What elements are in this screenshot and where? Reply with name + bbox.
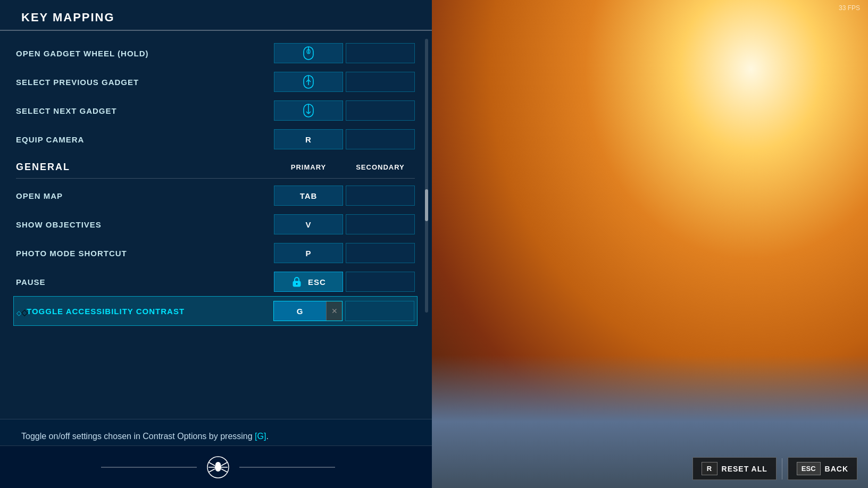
key-cell-select-prev-secondary[interactable] bbox=[346, 72, 415, 92]
key-cell-open-map-secondary[interactable] bbox=[346, 186, 415, 206]
clear-binding-button[interactable]: ✕ bbox=[326, 301, 342, 321]
panel-title-area: KEY MAPPING bbox=[0, 0, 436, 31]
general-section-header: GENERAL PRIMARY SECONDARY bbox=[16, 154, 415, 179]
key-label-open-gadget-wheel: OPEN GADGET WHEEL (HOLD) bbox=[16, 49, 271, 58]
mouse-scroll-up-icon bbox=[301, 74, 316, 89]
panel-title: KEY MAPPING bbox=[21, 11, 420, 24]
progress-line-right bbox=[239, 467, 335, 468]
svg-line-20 bbox=[209, 469, 215, 472]
key-text-show-objectives: V bbox=[305, 220, 311, 229]
back-button[interactable]: ESC BACK bbox=[788, 457, 857, 480]
key-row-photo-mode[interactable]: PHOTO MODE SHORTCUT P bbox=[16, 239, 415, 267]
lock-icon bbox=[291, 276, 303, 288]
key-row-pause[interactable]: PAUSE ESC bbox=[16, 267, 415, 296]
key-text-toggle-accessibility: G bbox=[297, 307, 304, 316]
key-cell-open-map-primary[interactable]: TAB bbox=[274, 186, 343, 206]
key-cell-open-gadget-secondary[interactable] bbox=[346, 43, 415, 63]
key-cell-equip-camera-secondary[interactable] bbox=[346, 129, 415, 149]
key-cell-show-objectives-primary[interactable]: V bbox=[274, 214, 343, 234]
key-text-photo-mode: P bbox=[305, 249, 311, 258]
key-cell-select-next-secondary[interactable] bbox=[346, 100, 415, 121]
back-label: BACK bbox=[825, 465, 848, 473]
key-text-pause: ESC bbox=[308, 277, 326, 287]
key-cell-open-gadget-primary[interactable] bbox=[274, 43, 343, 63]
key-cell-toggle-accessibility-primary[interactable]: G ✕ bbox=[273, 301, 343, 321]
key-row-toggle-accessibility[interactable]: ◇ TOGGLE ACCESSIBILITY CONTRAST G ✕ bbox=[13, 296, 418, 326]
svg-line-21 bbox=[221, 462, 227, 466]
key-label-photo-mode: PHOTO MODE SHORTCUT bbox=[16, 249, 271, 258]
key-cell-toggle-accessibility-secondary[interactable] bbox=[345, 301, 414, 321]
back-key-badge: ESC bbox=[797, 462, 821, 475]
key-row-equip-camera[interactable]: EQUIP CAMERA R bbox=[16, 125, 415, 154]
key-row-open-gadget-wheel[interactable]: OPEN GADGET WHEEL (HOLD) bbox=[16, 39, 415, 68]
key-row-select-previous-gadget[interactable]: SELECT PREVIOUS GADGET bbox=[16, 68, 415, 96]
row-selected-indicator: ◇ bbox=[16, 307, 24, 315]
key-label-open-map: OPEN MAP bbox=[16, 191, 271, 200]
key-cell-select-prev-primary[interactable] bbox=[274, 72, 343, 92]
key-cell-select-next-primary[interactable] bbox=[274, 100, 343, 121]
mouse-scroll-down-icon bbox=[301, 103, 316, 118]
divider bbox=[782, 458, 782, 479]
key-label-equip-camera: EQUIP CAMERA bbox=[16, 135, 271, 144]
key-label-toggle-accessibility: TOGGLE ACCESSIBILITY CONTRAST bbox=[27, 307, 271, 316]
progress-line-left bbox=[101, 467, 197, 468]
key-cell-equip-camera-primary[interactable]: R bbox=[274, 129, 343, 149]
svg-line-18 bbox=[209, 462, 215, 466]
key-mapping-table: OPEN GADGET WHEEL (HOLD) SELECT PREVIOUS… bbox=[0, 33, 436, 419]
bottom-nav bbox=[0, 445, 436, 488]
key-cell-photo-mode-secondary[interactable] bbox=[346, 243, 415, 263]
fps-counter: 33 FPS bbox=[839, 4, 860, 12]
svg-point-14 bbox=[296, 283, 298, 285]
key-label-select-next-gadget: SELECT NEXT GADGET bbox=[16, 106, 271, 115]
bottom-buttons: R RESET ALL ESC BACK bbox=[692, 457, 857, 480]
spiderman-logo-icon bbox=[205, 454, 231, 481]
mouse-middle-icon bbox=[301, 46, 316, 61]
description-text: Toggle on/off settings chosen in Contras… bbox=[21, 430, 415, 443]
description-text-after: . bbox=[266, 432, 268, 441]
key-row-open-map[interactable]: OPEN MAP TAB bbox=[16, 181, 415, 210]
key-cell-text-g: G bbox=[274, 301, 326, 321]
description-key-highlight: [G] bbox=[255, 432, 266, 441]
reset-all-label: RESET ALL bbox=[722, 465, 767, 473]
left-panel: KEY MAPPING OPEN GADGET WHEEL (HOLD) bbox=[0, 0, 436, 488]
background-right bbox=[432, 0, 868, 488]
key-row-select-next-gadget[interactable]: SELECT NEXT GADGET bbox=[16, 96, 415, 125]
key-row-show-objectives[interactable]: SHOW OBJECTIVES V bbox=[16, 210, 415, 239]
key-label-pause: PAUSE bbox=[16, 277, 271, 287]
key-text-equip-camera: R bbox=[305, 135, 312, 144]
reset-key-badge: R bbox=[702, 462, 717, 475]
col-primary-header: PRIMARY bbox=[274, 163, 343, 171]
key-cell-show-objectives-secondary[interactable] bbox=[346, 214, 415, 234]
key-text-open-map: TAB bbox=[300, 191, 318, 200]
key-cell-pause-secondary[interactable] bbox=[346, 272, 415, 292]
key-label-show-objectives: SHOW OBJECTIVES bbox=[16, 220, 271, 229]
description-text-before: Toggle on/off settings chosen in Contras… bbox=[21, 432, 255, 441]
col-secondary-header: SECONDARY bbox=[346, 163, 415, 171]
scrollbar-thumb[interactable] bbox=[425, 189, 428, 221]
svg-point-17 bbox=[215, 462, 221, 467]
reset-all-button[interactable]: R RESET ALL bbox=[692, 457, 777, 480]
key-label-select-previous-gadget: SELECT PREVIOUS GADGET bbox=[16, 78, 271, 87]
key-cell-photo-mode-primary[interactable]: P bbox=[274, 243, 343, 263]
general-section-title: GENERAL bbox=[16, 162, 271, 173]
key-cell-pause-primary[interactable]: ESC bbox=[274, 272, 343, 292]
scrollbar[interactable] bbox=[425, 39, 428, 313]
svg-line-23 bbox=[221, 469, 227, 472]
